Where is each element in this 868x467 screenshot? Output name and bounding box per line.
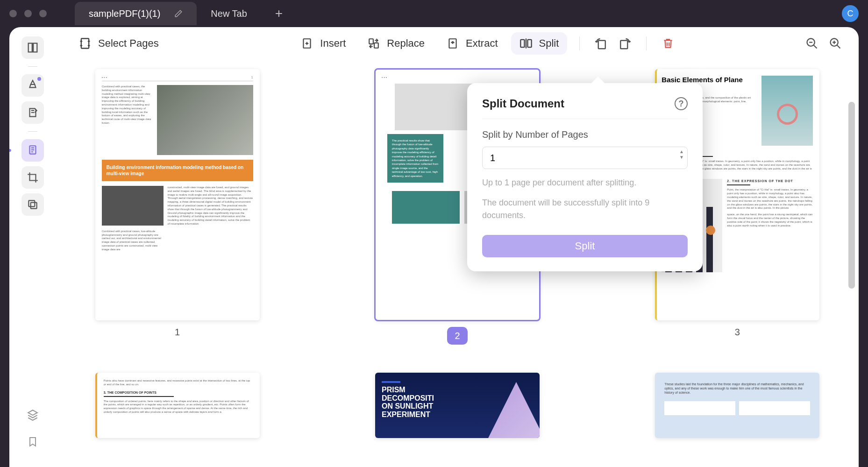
page-toolbar: Select Pages Insert Replace Extract: [56, 27, 859, 60]
mini-dots: ▪ ▪ ▪: [102, 76, 107, 79]
thumb-image-placeholder: [157, 85, 253, 155]
avatar[interactable]: C: [842, 5, 859, 22]
tab-file[interactable]: samplePDF(1)(1): [75, 2, 197, 25]
svg-rect-1: [28, 200, 35, 206]
page-cell-4[interactable]: Points also have dominant and recessive …: [70, 373, 285, 438]
mini-dots: ▪ ▪ ▪: [382, 76, 387, 79]
page-number-selected: 2: [447, 327, 468, 345]
page-thumbnail[interactable]: Points also have dominant and recessive …: [95, 373, 260, 438]
sidebar-highlighter-icon[interactable]: [21, 74, 44, 97]
scrollbar[interactable]: [848, 102, 855, 289]
svg-rect-10: [598, 41, 605, 49]
tab-new[interactable]: New Tab: [197, 2, 261, 25]
split-icon: [519, 37, 533, 50]
page-thumbnail[interactable]: These studies laid the foundation for th…: [655, 373, 819, 438]
thumb-text: The composition of ordered points: here …: [104, 400, 253, 414]
page-number: 3: [735, 327, 740, 338]
thumb-text: Points also have dominant and recessive …: [104, 379, 253, 387]
button-label: Replace: [387, 37, 425, 50]
thumb-text: The practical results show that through …: [387, 134, 443, 183]
stepper: ▲ ▼: [679, 149, 684, 160]
content-area: Select Pages Insert Replace Extract: [56, 27, 859, 467]
button-label: Insert: [320, 37, 346, 50]
zoom-out-icon[interactable]: [803, 34, 821, 53]
split-pages-input[interactable]: [482, 147, 688, 169]
insert-button[interactable]: Insert: [292, 32, 354, 55]
thumb-text: Combined with practical cases, the build…: [102, 85, 154, 155]
separator: [28, 131, 37, 132]
svg-rect-3: [81, 39, 89, 49]
tab-label: samplePDF(1)(1): [89, 8, 160, 19]
traffic-lights: [9, 10, 47, 17]
delete-icon[interactable]: [659, 34, 677, 53]
page-cell-6[interactable]: These studies laid the foundation for th…: [630, 373, 845, 438]
tab-label: New Tab: [211, 8, 247, 19]
thumb-text: These studies laid the foundation for th…: [664, 382, 810, 395]
replace-button[interactable]: Replace: [359, 32, 433, 55]
thumbnail-grid: ▪ ▪ ▪ 1 Combined with practical cases, t…: [70, 69, 845, 438]
page-cell-1[interactable]: ▪ ▪ ▪ 1 Combined with practical cases, t…: [70, 69, 285, 345]
mini-pagenum: 1: [251, 76, 253, 79]
traffic-min[interactable]: [24, 10, 32, 17]
popover-header: Split Document ?: [482, 97, 688, 119]
popover-input-wrap: ▲ ▼: [482, 147, 688, 169]
sidebar-stack-icon[interactable]: [21, 193, 44, 216]
popover-section-label: Split by Number of Pages: [482, 129, 688, 140]
split-action-button[interactable]: Split: [482, 235, 688, 257]
button-label: Select Pages: [98, 37, 159, 50]
thumb-headline: Building environment information modelin…: [102, 160, 253, 181]
svg-rect-9: [527, 40, 531, 47]
svg-rect-11: [621, 41, 628, 49]
extract-icon: [446, 37, 459, 50]
split-button[interactable]: Split: [511, 32, 568, 55]
page-number: 1: [175, 327, 180, 338]
button-label: Split: [539, 37, 559, 50]
left-sidebar: [9, 27, 56, 467]
select-pages-button[interactable]: Select Pages: [70, 32, 167, 55]
tabs: samplePDF(1)(1) New Tab +: [75, 0, 283, 27]
page-cell-5[interactable]: PRISM DECOMPOSITI ON SUNLIGHT EXPERIMENT: [350, 373, 564, 438]
extract-button[interactable]: Extract: [438, 32, 506, 55]
sidebar-layers-icon[interactable]: [21, 403, 44, 426]
thumb-image-placeholder: [102, 186, 164, 226]
thumb-image-placeholder: [392, 191, 460, 224]
sidebar-pages-icon[interactable]: [21, 139, 44, 162]
thumb-heading: 3. THE COMPOSITION OF POINTS: [104, 390, 253, 395]
popover-title: Split Document: [482, 97, 564, 110]
add-tab-icon[interactable]: +: [275, 6, 283, 21]
replace-icon: [367, 37, 380, 50]
traffic-close[interactable]: [9, 10, 17, 17]
sidebar-crop-icon[interactable]: [21, 166, 44, 189]
popover-hint: The document will be successfully split …: [482, 197, 688, 222]
thumb-text: Point, the interpretation of "Ci Hai" is…: [727, 188, 813, 210]
insert-icon: [300, 37, 313, 50]
stepper-down-icon[interactable]: ▼: [679, 155, 684, 160]
sidebar-bookmark-icon[interactable]: [21, 431, 44, 453]
pencil-icon[interactable]: [174, 9, 183, 18]
thumb-image-placeholder: [761, 76, 813, 146]
dot-indicator: [37, 77, 41, 81]
button-label: Extract: [466, 37, 498, 50]
sidebar-sign-icon[interactable]: [21, 101, 44, 124]
select-pages-icon: [78, 37, 92, 50]
rotate-left-icon[interactable]: [592, 34, 611, 53]
separator: [579, 36, 580, 50]
split-popover: Split Document ? Split by Number of Page…: [467, 83, 703, 271]
svg-rect-2: [31, 203, 37, 209]
titlebar: samplePDF(1)(1) New Tab + C: [0, 0, 868, 27]
rotate-right-icon[interactable]: [615, 34, 634, 53]
stepper-up-icon[interactable]: ▲: [679, 149, 684, 154]
thumb-text: Combined with practical cases, low-altit…: [102, 230, 164, 252]
svg-rect-6: [374, 43, 378, 48]
page-thumbnail[interactable]: PRISM DECOMPOSITI ON SUNLIGHT EXPERIMENT: [375, 373, 540, 438]
thumb-heading: 2. THE EXPRESSION OF THE DOT: [727, 179, 813, 183]
thumb-text: constructed, multi-view image data are f…: [167, 186, 253, 226]
zoom-in-icon[interactable]: [826, 34, 845, 53]
main-window: Select Pages Insert Replace Extract: [9, 27, 859, 467]
svg-rect-5: [370, 39, 374, 44]
sidebar-book-icon[interactable]: [21, 36, 44, 59]
help-icon[interactable]: ?: [675, 97, 688, 110]
separator: [28, 66, 37, 67]
page-thumbnail[interactable]: ▪ ▪ ▪ 1 Combined with practical cases, t…: [95, 69, 260, 320]
traffic-max[interactable]: [39, 10, 47, 17]
